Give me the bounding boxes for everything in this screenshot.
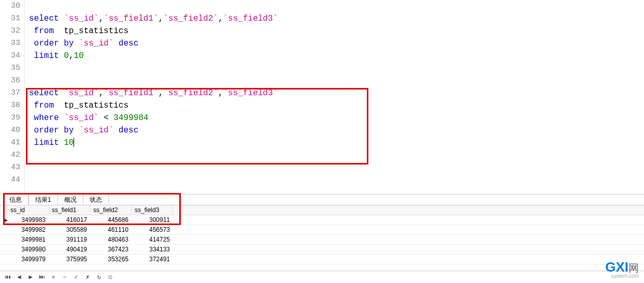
tab-信息[interactable]: 信息 [3, 195, 28, 205]
table-row[interactable]: 3499980490419367423334133 [0, 245, 644, 255]
prev-icon[interactable]: ◀ [16, 274, 23, 281]
column-header-ss_field1[interactable]: ss_field1 [49, 205, 90, 215]
tab-概况[interactable]: 概况 [58, 195, 83, 205]
cancel-icon[interactable]: ✗ [84, 274, 91, 281]
line-number: 39 [0, 112, 20, 124]
cell[interactable]: 480463 [90, 235, 132, 244]
code-line[interactable]: limit 0,10 [29, 50, 644, 62]
cell[interactable]: 367423 [90, 245, 132, 254]
tab-状态[interactable]: 状态 [83, 195, 109, 205]
line-gutter: 303132333435363738394041424344 [0, 0, 25, 194]
column-header-ss_field3[interactable]: ss_field3 [132, 205, 173, 215]
cell[interactable]: 334133 [132, 245, 173, 254]
first-icon[interactable]: ⏮ [4, 274, 11, 281]
line-number: 40 [0, 124, 20, 137]
token-kw: order by [29, 39, 79, 48]
line-number: 37 [0, 87, 20, 99]
table-row[interactable]: 3499979375995353265372491 [0, 255, 644, 264]
token-txt: tp_statistics [54, 101, 128, 110]
sql-editor[interactable]: 303132333435363738394041424344 select `s… [0, 0, 644, 194]
token-txt: , [218, 14, 223, 23]
cell[interactable]: 3499979 [7, 255, 49, 264]
grid-header: ss_idss_field1ss_field2ss_field3 [0, 205, 644, 215]
code-area[interactable]: select `ss_id`,`ss_field1`,`ss_field2`,`… [25, 0, 644, 194]
last-icon[interactable]: ⏭ [38, 274, 46, 281]
token-ident: `ss_field2` [163, 14, 218, 23]
token-txt: < [98, 113, 113, 123]
cell[interactable]: 3499980 [7, 245, 49, 254]
code-line[interactable]: from tp_statistics [29, 25, 644, 37]
add-icon[interactable]: ＋ [50, 274, 57, 281]
table-row[interactable]: ▶3499983416017445686300911 [0, 215, 644, 225]
token-ident: `ss_id` [64, 113, 98, 123]
token-num: 3499984 [113, 113, 148, 123]
code-line[interactable]: order by `ss_id` desc [29, 37, 644, 50]
token-txt [113, 39, 119, 48]
cell[interactable]: 372491 [132, 255, 173, 264]
cell[interactable]: 391119 [49, 235, 90, 244]
line-number: 31 [0, 12, 20, 25]
line-number: 32 [0, 25, 20, 37]
token-kw: from [29, 26, 54, 36]
code-line[interactable]: order by `ss_id` desc [29, 124, 644, 137]
token-kw: select [29, 88, 64, 98]
token-txt: tp_statistics [54, 26, 128, 36]
cell[interactable]: 490419 [49, 245, 90, 254]
token-num: 10 [74, 51, 83, 61]
token-ident: `ss_field1` [104, 88, 159, 98]
code-line[interactable]: select `ss_id`,`ss_field1`,`ss_field2`,`… [29, 87, 644, 99]
cell[interactable]: 461110 [90, 225, 132, 234]
code-line[interactable] [29, 161, 644, 174]
cell[interactable]: 3499982 [7, 225, 49, 234]
line-number: 33 [0, 37, 20, 50]
cell[interactable]: 445686 [90, 215, 132, 225]
code-line[interactable] [29, 149, 644, 161]
token-kw: where [29, 113, 64, 123]
code-line[interactable]: from tp_statistics [29, 99, 644, 112]
apply-icon[interactable]: ✓ [73, 274, 80, 281]
cell[interactable]: 416017 [49, 215, 90, 225]
row-indicator: ▶ [0, 215, 7, 225]
cell[interactable]: 3499983 [7, 215, 49, 225]
next-icon[interactable]: ▶ [27, 274, 34, 281]
stop-icon[interactable]: ⦸ [107, 274, 114, 281]
token-ident: `ss_id` [64, 88, 98, 98]
token-ident: `ss_field2` [163, 88, 218, 98]
table-row[interactable]: 3499982305589461110456573 [0, 225, 644, 235]
code-line[interactable] [29, 62, 644, 75]
token-ident: `ss_id` [79, 126, 113, 135]
line-number: 38 [0, 99, 20, 112]
token-num: 0 [64, 51, 69, 61]
code-line[interactable] [29, 174, 644, 186]
line-number: 43 [0, 161, 20, 174]
token-ident: `ss_id` [64, 14, 98, 23]
cell[interactable]: 375995 [49, 255, 90, 264]
cell[interactable]: 353265 [90, 255, 132, 264]
code-line[interactable]: limit 10 [29, 137, 644, 149]
cell[interactable]: 305589 [49, 225, 90, 234]
code-line[interactable] [29, 0, 644, 12]
code-line[interactable]: where `ss_id` < 3499984 [29, 112, 644, 124]
token-txt [113, 126, 119, 135]
token-ident: `ss_field3` [223, 88, 278, 98]
token-kw: select [29, 14, 64, 23]
token-num: 10 [64, 138, 74, 147]
code-line[interactable] [29, 75, 644, 87]
result-tabs: 信息结果1概况状态 [0, 194, 644, 205]
tab-结果1[interactable]: 结果1 [28, 194, 58, 205]
column-header-ss_field2[interactable]: ss_field2 [90, 205, 132, 215]
code-line[interactable]: select `ss_id`,`ss_field1`,`ss_field2`,`… [29, 12, 644, 25]
row-indicator-header [0, 205, 7, 215]
cell[interactable]: 3499981 [7, 235, 49, 244]
remove-icon[interactable]: － [61, 274, 68, 281]
cell[interactable]: 300911 [132, 215, 173, 225]
cell[interactable]: 456573 [132, 225, 173, 234]
cell[interactable]: 414725 [132, 235, 173, 244]
token-txt: , [69, 51, 74, 61]
token-kw: desc [119, 126, 138, 135]
column-header-ss_id[interactable]: ss_id [7, 205, 49, 215]
refresh-icon[interactable]: ↻ [95, 274, 103, 281]
text-cursor [74, 138, 74, 147]
result-grid: ss_idss_field1ss_field2ss_field3 ▶349998… [0, 205, 644, 264]
table-row[interactable]: 3499981391119480463414725 [0, 235, 644, 245]
